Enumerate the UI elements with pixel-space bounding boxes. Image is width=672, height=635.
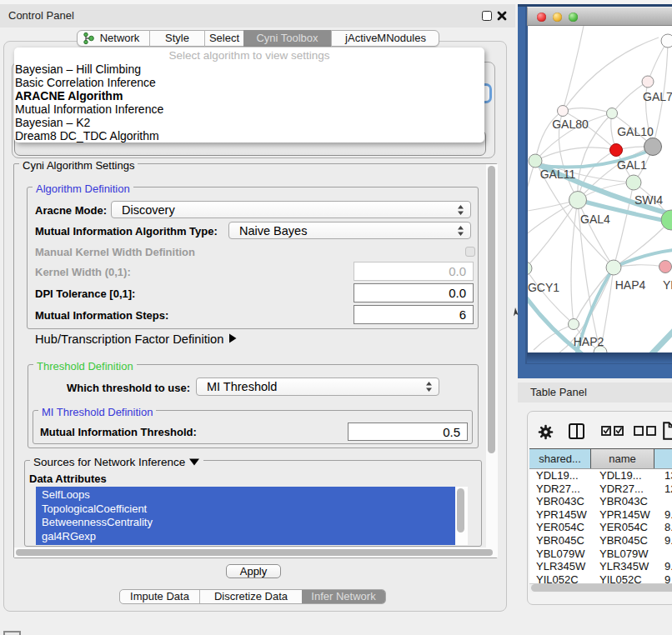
svg-text:GAL11: GAL11: [540, 168, 576, 181]
svg-text:YM: YM: [663, 278, 672, 292]
svg-text:SWI4: SWI4: [634, 193, 663, 207]
svg-text:GAL7: GAL7: [643, 90, 672, 103]
svg-text:HAP4: HAP4: [615, 278, 646, 292]
svg-text:HAP2: HAP2: [574, 335, 604, 348]
svg-text:GAL10: GAL10: [617, 125, 654, 138]
svg-text:GAL1: GAL1: [617, 158, 647, 172]
svg-text:GAL4: GAL4: [580, 212, 610, 226]
svg-text:GCY1: GCY1: [528, 281, 559, 294]
svg-text:GAL80: GAL80: [552, 118, 589, 131]
